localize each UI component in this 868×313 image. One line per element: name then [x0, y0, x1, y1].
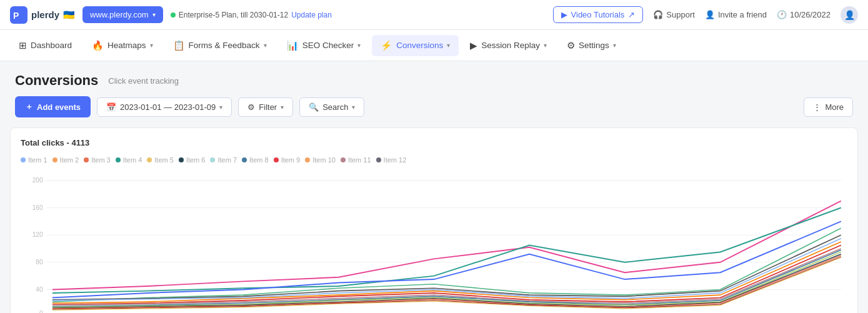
- settings-chevron-icon: ▾: [613, 42, 616, 49]
- svg-text:P: P: [13, 11, 19, 21]
- seo-chevron-icon: ▾: [357, 42, 361, 49]
- legend-label-8: Item 8: [249, 156, 269, 164]
- legend-label-1: Item 1: [28, 156, 47, 164]
- filter-button[interactable]: ⚙ Filter ▾: [238, 97, 293, 117]
- legend-item-9: Item 9: [274, 154, 301, 166]
- logo-text: plerdy: [31, 9, 59, 20]
- chart-legend: Item 1 Item 2 Item 3 Item 4 Item 5 Item …: [21, 154, 847, 166]
- legend-label-5: Item 5: [154, 156, 174, 164]
- legend-item-5: Item 5: [147, 154, 174, 166]
- seo-label: SEO Checker: [302, 41, 354, 50]
- video-tutorials-button[interactable]: ▶ Video Tutorials ↗: [553, 6, 644, 23]
- plan-active-dot: [171, 12, 176, 17]
- legend-item-6: Item 6: [179, 154, 206, 166]
- legend-item-3: Item 3: [84, 154, 111, 166]
- session-replay-icon: ▶: [470, 40, 477, 51]
- legend-label-4: Item 4: [123, 156, 142, 164]
- toolbar: ＋ Add events 📅 2023-01-01 — 2023-01-09 ▾…: [0, 96, 868, 127]
- plan-info: Enterprise-5 Plan, till 2030-01-12 Updat…: [171, 11, 332, 19]
- chart-container: Total clicks - 4113 Item 1 Item 2 Item 3…: [10, 127, 858, 313]
- navbar: ⊞ Dashboard 🔥 Heatmaps ▾ 📋 Forms & Feedb…: [0, 30, 868, 61]
- chart-line-3: [52, 221, 841, 297]
- support-link[interactable]: 🎧 Support: [653, 10, 695, 19]
- support-icon: 🎧: [653, 10, 663, 19]
- site-url: www.plerdy.com: [90, 10, 149, 19]
- invite-icon: 👤: [705, 10, 715, 19]
- conversions-icon: ⚡: [381, 40, 392, 51]
- legend-label-11: Item 11: [348, 156, 371, 164]
- sidebar-item-session-replay[interactable]: ▶ Session Replay ▾: [461, 35, 556, 56]
- external-link-icon: ↗: [628, 10, 635, 19]
- legend-item-7: Item 7: [210, 154, 237, 166]
- more-dots-icon: ⋮: [813, 102, 821, 112]
- sidebar-item-seo[interactable]: 📊 SEO Checker ▾: [278, 35, 370, 56]
- ua-flag: 🇺🇦: [63, 9, 75, 21]
- total-clicks-label: Total clicks - 4113: [21, 138, 847, 147]
- sidebar-item-settings[interactable]: ⚙ Settings ▾: [558, 35, 625, 56]
- sidebar-item-forms[interactable]: 📋 Forms & Feedback ▾: [164, 35, 276, 56]
- more-label: More: [825, 102, 844, 112]
- site-selector-button[interactable]: www.plerdy.com ▾: [82, 6, 163, 23]
- sidebar-item-dashboard[interactable]: ⊞ Dashboard: [10, 35, 81, 56]
- y-label-80: 80: [36, 258, 42, 266]
- legend-item-2: Item 2: [52, 154, 79, 166]
- plan-text: Enterprise-5 Plan, till 2030-01-12: [179, 11, 288, 19]
- chart-line-2: [52, 208, 841, 293]
- session-replay-chevron-icon: ▾: [544, 42, 547, 49]
- filter-icon: ⚙: [247, 102, 255, 112]
- legend-label-10: Item 10: [312, 156, 336, 164]
- search-button[interactable]: 🔍 Search ▾: [299, 97, 364, 117]
- legend-item-12: Item 12: [376, 154, 407, 166]
- legend-item-8: Item 8: [242, 154, 269, 166]
- y-label-0: 0: [39, 309, 43, 313]
- logo: P plerdy 🇺🇦: [10, 6, 75, 24]
- page-title: Conversions: [15, 72, 98, 89]
- sidebar-item-heatmaps[interactable]: 🔥 Heatmaps ▾: [83, 35, 162, 56]
- legend-item-4: Item 4: [116, 154, 142, 166]
- topbar-right: ▶ Video Tutorials ↗ 🎧 Support 👤 Invite a…: [553, 6, 858, 24]
- legend-label-2: Item 2: [60, 156, 79, 164]
- settings-label: Settings: [579, 41, 609, 50]
- forms-label: Forms & Feedback: [189, 41, 260, 50]
- line-chart-svg: 200 160 120 80 40 0: [21, 174, 847, 313]
- legend-label-12: Item 12: [384, 156, 407, 164]
- y-label-40: 40: [36, 285, 42, 292]
- conversions-chevron-icon: ▾: [447, 42, 450, 49]
- forms-icon: 📋: [173, 40, 185, 51]
- legend-label-3: Item 3: [91, 156, 111, 164]
- heatmaps-label: Heatmaps: [107, 41, 146, 50]
- add-icon: ＋: [25, 101, 33, 112]
- date-range-value: 2023-01-01 — 2023-01-09: [120, 102, 216, 112]
- filter-label: Filter: [259, 102, 277, 112]
- search-icon: 🔍: [309, 102, 319, 112]
- forms-chevron-icon: ▾: [264, 42, 267, 49]
- legend-item-11: Item 11: [341, 154, 371, 166]
- filter-chevron-icon: ▾: [281, 104, 284, 111]
- legend-label-6: Item 6: [186, 156, 206, 164]
- legend-label-9: Item 9: [281, 156, 301, 164]
- video-tutorials-label: Video Tutorials: [571, 10, 625, 19]
- user-avatar[interactable]: 👤: [841, 6, 858, 24]
- date-chevron-icon: ▾: [219, 104, 222, 111]
- sidebar-item-conversions[interactable]: ⚡ Conversions ▾: [372, 35, 459, 56]
- site-chevron-icon: ▾: [152, 11, 156, 18]
- invite-link[interactable]: 👤 Invite a friend: [705, 10, 767, 19]
- legend-label-7: Item 7: [217, 156, 237, 164]
- support-label: Support: [666, 10, 695, 19]
- legend-item-1: Item 1: [21, 154, 47, 166]
- video-icon: ▶: [561, 10, 567, 19]
- conversions-label: Conversions: [396, 41, 443, 50]
- plerdy-logo-icon: P: [10, 6, 27, 24]
- heatmaps-chevron-icon: ▾: [150, 42, 153, 49]
- heatmaps-icon: 🔥: [92, 40, 104, 51]
- line-chart-wrapper: 200 160 120 80 40 0: [21, 174, 847, 313]
- current-date: 🕐 10/26/2022: [777, 10, 831, 19]
- update-plan-link[interactable]: Update plan: [291, 11, 332, 19]
- y-label-200: 200: [32, 176, 43, 184]
- more-button[interactable]: ⋮ More: [804, 97, 853, 117]
- dashboard-label: Dashboard: [31, 41, 72, 50]
- date-range-picker[interactable]: 📅 2023-01-01 — 2023-01-09 ▾: [97, 97, 232, 117]
- add-events-button[interactable]: ＋ Add events: [15, 96, 91, 117]
- date-value: 10/26/2022: [790, 10, 831, 19]
- session-replay-label: Session Replay: [481, 41, 540, 50]
